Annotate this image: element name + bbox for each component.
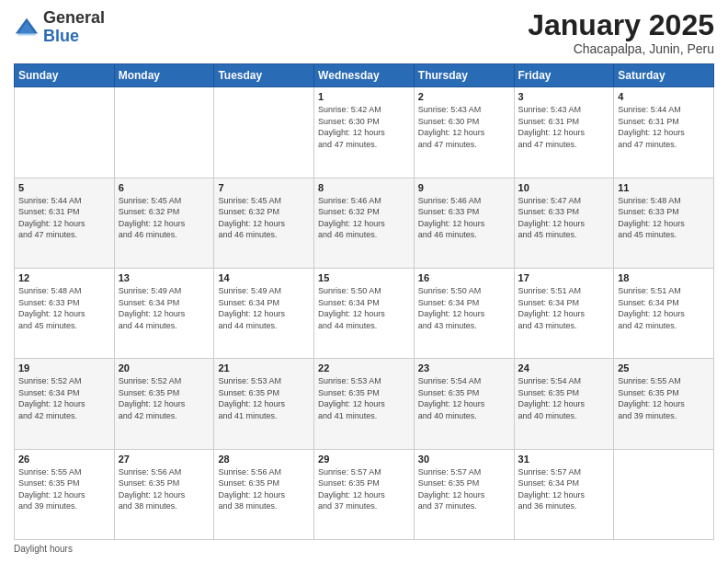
- day-number: 15: [318, 272, 410, 283]
- day-info: Sunrise: 5:49 AM Sunset: 6:34 PM Dayligh…: [218, 285, 310, 331]
- day-info: Sunrise: 5:42 AM Sunset: 6:30 PM Dayligh…: [318, 104, 410, 150]
- day-info: Sunrise: 5:53 AM Sunset: 6:35 PM Dayligh…: [218, 375, 310, 421]
- day-info: Sunrise: 5:50 AM Sunset: 6:34 PM Dayligh…: [418, 285, 510, 331]
- logo-text: General Blue: [43, 9, 105, 46]
- day-info: Sunrise: 5:43 AM Sunset: 6:31 PM Dayligh…: [518, 104, 610, 150]
- day-info: Sunrise: 5:47 AM Sunset: 6:33 PM Dayligh…: [518, 195, 610, 241]
- day-info: Sunrise: 5:56 AM Sunset: 6:35 PM Dayligh…: [119, 466, 210, 512]
- calendar-week-row: 1Sunrise: 5:42 AM Sunset: 6:30 PM Daylig…: [15, 87, 714, 178]
- calendar-cell: 16Sunrise: 5:50 AM Sunset: 6:34 PM Dayli…: [414, 268, 514, 358]
- day-info: Sunrise: 5:45 AM Sunset: 6:32 PM Dayligh…: [218, 195, 310, 241]
- day-info: Sunrise: 5:54 AM Sunset: 6:35 PM Dayligh…: [418, 375, 510, 421]
- title-block: January 2025 Chacapalpa, Junin, Peru: [528, 9, 714, 56]
- day-info: Sunrise: 5:43 AM Sunset: 6:30 PM Dayligh…: [418, 104, 510, 150]
- daylight-label: Daylight hours: [14, 544, 73, 554]
- calendar-day-header: Sunday: [15, 64, 115, 87]
- calendar-cell: 28Sunrise: 5:56 AM Sunset: 6:35 PM Dayli…: [214, 449, 314, 539]
- calendar-cell: [114, 87, 214, 178]
- calendar-day-header: Tuesday: [214, 64, 314, 87]
- calendar-cell: 22Sunrise: 5:53 AM Sunset: 6:35 PM Dayli…: [314, 359, 415, 449]
- calendar-week-row: 5Sunrise: 5:44 AM Sunset: 6:31 PM Daylig…: [15, 178, 714, 268]
- day-number: 26: [18, 454, 110, 465]
- day-number: 11: [618, 182, 710, 193]
- day-number: 10: [518, 182, 610, 193]
- logo-general-text: General: [43, 9, 105, 28]
- day-number: 6: [119, 182, 210, 193]
- calendar-cell: 2Sunrise: 5:43 AM Sunset: 6:30 PM Daylig…: [414, 87, 514, 178]
- calendar-cell: 24Sunrise: 5:54 AM Sunset: 6:35 PM Dayli…: [514, 359, 614, 449]
- day-info: Sunrise: 5:57 AM Sunset: 6:35 PM Dayligh…: [418, 466, 510, 512]
- day-number: 31: [518, 454, 610, 465]
- day-number: 21: [218, 362, 310, 373]
- calendar-cell: 5Sunrise: 5:44 AM Sunset: 6:31 PM Daylig…: [15, 178, 115, 268]
- calendar-cell: 29Sunrise: 5:57 AM Sunset: 6:35 PM Dayli…: [314, 449, 415, 539]
- day-info: Sunrise: 5:52 AM Sunset: 6:34 PM Dayligh…: [18, 375, 110, 421]
- day-info: Sunrise: 5:46 AM Sunset: 6:32 PM Dayligh…: [318, 195, 410, 241]
- day-number: 7: [218, 182, 310, 193]
- calendar-cell: 4Sunrise: 5:44 AM Sunset: 6:31 PM Daylig…: [614, 87, 714, 178]
- calendar-cell: 11Sunrise: 5:48 AM Sunset: 6:33 PM Dayli…: [614, 178, 714, 268]
- calendar-cell: [214, 87, 314, 178]
- calendar-cell: 27Sunrise: 5:56 AM Sunset: 6:35 PM Dayli…: [114, 449, 214, 539]
- calendar-cell: 10Sunrise: 5:47 AM Sunset: 6:33 PM Dayli…: [514, 178, 614, 268]
- day-info: Sunrise: 5:53 AM Sunset: 6:35 PM Dayligh…: [318, 375, 410, 421]
- calendar-cell: 21Sunrise: 5:53 AM Sunset: 6:35 PM Dayli…: [214, 359, 314, 449]
- day-number: 19: [18, 362, 110, 373]
- logo: General Blue: [14, 9, 105, 46]
- calendar-cell: 17Sunrise: 5:51 AM Sunset: 6:34 PM Dayli…: [514, 268, 614, 358]
- day-info: Sunrise: 5:44 AM Sunset: 6:31 PM Dayligh…: [18, 195, 110, 241]
- calendar-cell: [15, 87, 115, 178]
- day-info: Sunrise: 5:48 AM Sunset: 6:33 PM Dayligh…: [18, 285, 110, 331]
- day-number: 25: [618, 362, 710, 373]
- day-info: Sunrise: 5:54 AM Sunset: 6:35 PM Dayligh…: [518, 375, 610, 421]
- day-info: Sunrise: 5:57 AM Sunset: 6:34 PM Dayligh…: [518, 466, 610, 512]
- calendar-cell: 13Sunrise: 5:49 AM Sunset: 6:34 PM Dayli…: [114, 268, 214, 358]
- calendar-week-row: 26Sunrise: 5:55 AM Sunset: 6:35 PM Dayli…: [15, 449, 714, 539]
- calendar-cell: 25Sunrise: 5:55 AM Sunset: 6:35 PM Dayli…: [614, 359, 714, 449]
- day-number: 8: [318, 182, 410, 193]
- calendar-day-header: Thursday: [414, 64, 514, 87]
- calendar-day-header: Monday: [114, 64, 214, 87]
- day-number: 9: [418, 182, 510, 193]
- day-number: 1: [318, 91, 410, 102]
- day-info: Sunrise: 5:51 AM Sunset: 6:34 PM Dayligh…: [618, 285, 710, 331]
- day-info: Sunrise: 5:56 AM Sunset: 6:35 PM Dayligh…: [218, 466, 310, 512]
- page: General Blue January 2025 Chacapalpa, Ju…: [0, 0, 728, 563]
- calendar-cell: 20Sunrise: 5:52 AM Sunset: 6:35 PM Dayli…: [114, 359, 214, 449]
- day-info: Sunrise: 5:50 AM Sunset: 6:34 PM Dayligh…: [318, 285, 410, 331]
- calendar-cell: 8Sunrise: 5:46 AM Sunset: 6:32 PM Daylig…: [314, 178, 415, 268]
- day-number: 3: [518, 91, 610, 102]
- logo-icon: [14, 15, 40, 40]
- calendar-cell: 7Sunrise: 5:45 AM Sunset: 6:32 PM Daylig…: [214, 178, 314, 268]
- calendar-cell: 9Sunrise: 5:46 AM Sunset: 6:33 PM Daylig…: [414, 178, 514, 268]
- day-info: Sunrise: 5:55 AM Sunset: 6:35 PM Dayligh…: [18, 466, 110, 512]
- calendar-cell: 23Sunrise: 5:54 AM Sunset: 6:35 PM Dayli…: [414, 359, 514, 449]
- day-number: 13: [119, 272, 210, 283]
- calendar-table: SundayMondayTuesdayWednesdayThursdayFrid…: [14, 63, 714, 540]
- logo-blue-text: Blue: [43, 28, 105, 46]
- day-number: 20: [119, 362, 210, 373]
- calendar-cell: 15Sunrise: 5:50 AM Sunset: 6:34 PM Dayli…: [314, 268, 415, 358]
- calendar-cell: 30Sunrise: 5:57 AM Sunset: 6:35 PM Dayli…: [414, 449, 514, 539]
- day-number: 22: [318, 362, 410, 373]
- day-info: Sunrise: 5:55 AM Sunset: 6:35 PM Dayligh…: [618, 375, 710, 421]
- day-number: 12: [18, 272, 110, 283]
- day-number: 2: [418, 91, 510, 102]
- calendar-week-row: 19Sunrise: 5:52 AM Sunset: 6:34 PM Dayli…: [15, 359, 714, 449]
- day-number: 28: [218, 454, 310, 465]
- header: General Blue January 2025 Chacapalpa, Ju…: [14, 9, 714, 56]
- calendar-cell: 14Sunrise: 5:49 AM Sunset: 6:34 PM Dayli…: [214, 268, 314, 358]
- title-location: Chacapalpa, Junin, Peru: [528, 41, 714, 56]
- day-info: Sunrise: 5:45 AM Sunset: 6:32 PM Dayligh…: [119, 195, 210, 241]
- calendar-cell: 19Sunrise: 5:52 AM Sunset: 6:34 PM Dayli…: [15, 359, 115, 449]
- calendar-header-row: SundayMondayTuesdayWednesdayThursdayFrid…: [15, 64, 714, 87]
- day-number: 27: [119, 454, 210, 465]
- calendar-cell: 1Sunrise: 5:42 AM Sunset: 6:30 PM Daylig…: [314, 87, 415, 178]
- title-month: January 2025: [528, 9, 714, 41]
- day-info: Sunrise: 5:44 AM Sunset: 6:31 PM Dayligh…: [618, 104, 710, 150]
- day-number: 4: [618, 91, 710, 102]
- day-number: 30: [418, 454, 510, 465]
- calendar-cell: 18Sunrise: 5:51 AM Sunset: 6:34 PM Dayli…: [614, 268, 714, 358]
- calendar-day-header: Wednesday: [314, 64, 415, 87]
- day-number: 18: [618, 272, 710, 283]
